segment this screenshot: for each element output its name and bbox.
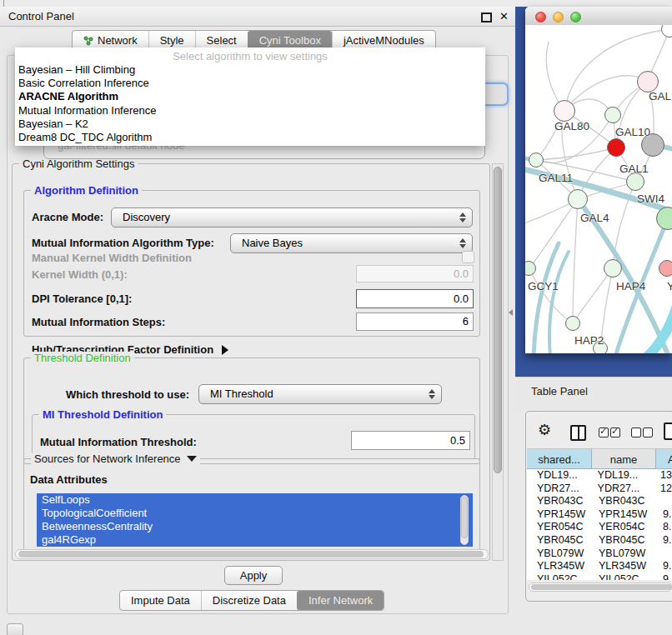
attribute-item[interactable]: gal4RGexp xyxy=(37,533,473,547)
table-horizontal-scrollbar-thumb[interactable] xyxy=(531,584,672,590)
table-row[interactable]: YDR27...YDR27...12 xyxy=(527,482,672,496)
algorithm-option[interactable]: Bayesian – K2 xyxy=(15,118,485,131)
node-label: GAL80 xyxy=(554,120,589,132)
network-window: GALGAL80GAL10GAL11GAL1SWI4GAL4GCY1HAP4YH… xyxy=(525,7,672,353)
table-rows: YDL19...YDL19...13YDR27...YDR27...12YBR0… xyxy=(527,469,672,580)
dpi-tolerance-label: DPI Tolerance [0,1]: xyxy=(32,292,132,306)
algorithm-option[interactable]: Basic Correlation Inference xyxy=(15,77,485,90)
table-header: shared... name A xyxy=(527,448,672,469)
attribute-item[interactable]: TopologicalCoefficient xyxy=(37,507,473,520)
combo-arrows-icon xyxy=(459,238,466,248)
column-header-partial[interactable]: A xyxy=(656,448,672,469)
column-header-shared-name[interactable]: shared... xyxy=(527,448,592,469)
minimize-window-icon[interactable] xyxy=(553,12,564,22)
checked-box-icon[interactable] xyxy=(599,428,609,438)
threshold-definition-title: Threshold Definition xyxy=(31,352,134,364)
table-row[interactable]: YPR145WYPR145W9. xyxy=(527,508,672,522)
tab-infer-network[interactable]: Infer Network xyxy=(297,591,384,610)
checked-box-icon[interactable] xyxy=(610,428,620,438)
table-row[interactable]: YLR345WYLR345W9. xyxy=(527,560,672,573)
zoom-window-icon[interactable] xyxy=(570,12,581,22)
mi-algorithm-type-combo[interactable]: Naive Bayes xyxy=(230,233,473,253)
combo-arrows-icon xyxy=(429,389,435,399)
node-label: HAP2 xyxy=(574,334,604,347)
aracne-mode-value: Discovery xyxy=(112,208,472,227)
tab-discretize-data[interactable]: Discretize Data xyxy=(201,591,297,610)
tab-label: Select xyxy=(207,34,237,47)
which-threshold-combo[interactable]: MI Threshold xyxy=(198,384,442,404)
cell-value: 9. xyxy=(656,534,671,548)
cell-value xyxy=(656,495,663,508)
splitter-grip-icon[interactable] xyxy=(509,309,513,316)
tab-label: Network xyxy=(98,34,138,47)
manual-kernel-width-checkbox[interactable] xyxy=(462,251,474,263)
algorithm-option[interactable]: Mutual Information Inference xyxy=(15,104,485,118)
node-label: GAL11 xyxy=(539,172,573,184)
cell-name: YBR045C xyxy=(592,534,656,548)
algorithm-dropdown-placeholder: Select algorithm to view settings xyxy=(15,49,485,63)
tab-label: Discretize Data xyxy=(213,594,286,607)
mi-threshold-definition-title: MI Threshold Definition xyxy=(39,408,166,421)
settings-vertical-scrollbar-thumb[interactable] xyxy=(494,167,502,473)
table-row[interactable]: YIL052CYIL052C9 xyxy=(527,573,672,580)
table-row[interactable]: YBR045CYBR045C9. xyxy=(527,534,672,548)
cell-name: YBL079W xyxy=(592,548,656,561)
attributes-scrollbar-thumb[interactable] xyxy=(461,497,468,538)
application-root: Control Panel ✕ NetworkStyleSelectCyni T… xyxy=(0,0,672,635)
node-label: HAP4 xyxy=(616,280,645,292)
tab-label: Cyni Toolbox xyxy=(259,34,321,47)
cell-shared: YBR043C xyxy=(527,495,592,508)
algorithm-option[interactable]: Bayesian – Hill Climbing xyxy=(15,63,485,77)
unchecked-box-icon[interactable] xyxy=(631,428,641,438)
gear-icon[interactable]: ⚙ xyxy=(538,422,551,438)
unchecked-box-icon[interactable] xyxy=(643,428,653,438)
node-label: GAL1 xyxy=(619,162,649,175)
close-panel-icon[interactable]: ✕ xyxy=(499,7,509,26)
cell-shared: YBL079W xyxy=(527,548,592,561)
cell-shared: YIL052C xyxy=(527,573,592,580)
table-row[interactable]: YBR043CYBR043C xyxy=(527,495,672,508)
kernel-width-input[interactable]: 0.0 xyxy=(356,265,474,282)
data-attributes-list: SelfLoopsTopologicalCoefficientBetweenne… xyxy=(37,493,473,547)
node-label: GCY1 xyxy=(528,280,559,292)
tab-impute-data[interactable]: Impute Data xyxy=(120,591,201,610)
cell-value: 12 xyxy=(654,482,672,496)
table-panel-strip: Table Panel xyxy=(515,377,672,412)
network-canvas[interactable]: GALGAL80GAL10GAL11GAL1SWI4GAL4GCY1HAP4YH… xyxy=(525,25,672,353)
cell-value: 9. xyxy=(656,560,671,573)
algorithm-option[interactable]: Dream8 DC_TDC Algorithm xyxy=(15,131,485,144)
aracne-mode-combo[interactable]: Discovery xyxy=(111,208,473,228)
document-icon[interactable] xyxy=(664,422,672,440)
mi-threshold-input[interactable]: 0.5 xyxy=(351,431,470,450)
close-window-icon[interactable] xyxy=(535,12,546,22)
settings-horizontal-scrollbar-thumb[interactable] xyxy=(18,551,484,558)
sources-title-toggle[interactable]: Sources for Network Inference xyxy=(31,452,200,465)
column-header-name[interactable]: name xyxy=(592,448,656,469)
algorithm-definition-title: Algorithm Definition xyxy=(31,184,142,197)
tab-label: Impute Data xyxy=(131,594,190,607)
mi-steps-input[interactable]: 6 xyxy=(356,312,474,331)
cell-name: YBR043C xyxy=(592,495,656,508)
columns-icon[interactable] xyxy=(570,425,586,441)
cell-value: 9. xyxy=(656,508,671,522)
table-row[interactable]: YDL19...YDL19...13 xyxy=(527,469,672,482)
apply-button[interactable]: Apply xyxy=(224,566,283,585)
kernel-width-label: Kernel Width (0,1): xyxy=(32,268,128,282)
which-threshold-label: Which threshold to use: xyxy=(66,388,189,402)
cyni-algorithm-settings-title: Cyni Algorithm Settings xyxy=(19,158,138,170)
cell-shared: YLR345W xyxy=(527,560,592,573)
algorithm-dropdown-items: Bayesian – Hill ClimbingBasic Correlatio… xyxy=(15,63,485,144)
algorithm-option[interactable]: ARACNE Algorithm xyxy=(15,90,485,103)
network-window-titlebar[interactable] xyxy=(525,7,672,26)
attribute-item[interactable]: SelfLoops xyxy=(37,493,473,507)
dpi-tolerance-input[interactable]: 0.0 xyxy=(356,289,474,308)
table-row[interactable]: YBL079WYBL079W xyxy=(527,548,672,561)
cell-shared: YER054C xyxy=(527,521,592,534)
float-panel-icon[interactable] xyxy=(481,12,492,22)
aracne-mode-label: Aracne Mode: xyxy=(32,211,103,224)
table-row[interactable]: YER054CYER054C8. xyxy=(527,521,672,534)
collapsed-panel-icon[interactable] xyxy=(7,623,23,635)
attribute-item[interactable]: BetweennessCentrality xyxy=(37,520,473,533)
network-labels-layer: GALGAL80GAL10GAL11GAL1SWI4GAL4GCY1HAP4YH… xyxy=(525,25,672,353)
node-label: GAL4 xyxy=(580,212,609,224)
